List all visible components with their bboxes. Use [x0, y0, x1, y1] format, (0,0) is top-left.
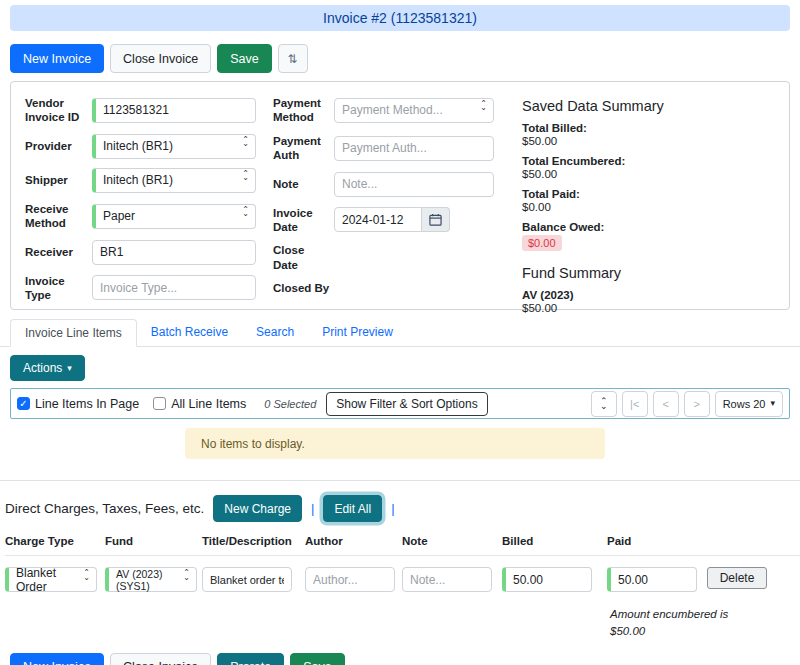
charge-author-field[interactable] — [305, 567, 395, 592]
col-paid: Paid — [607, 535, 707, 547]
col-fund: Fund — [105, 535, 202, 547]
charge-paid-input[interactable] — [618, 573, 689, 587]
fund-summary-item: AV (2023) $50.00 — [522, 289, 664, 314]
receiver-label: Receiver — [25, 245, 89, 259]
vendor-invoice-id-input[interactable] — [103, 103, 248, 117]
form-middle-column: Payment Method Payment Method... ⌃⌄ Paym… — [273, 96, 494, 309]
grid-toolbar: ✓ Line Items In Page All Line Items 0 Se… — [10, 388, 790, 419]
tab-invoice-line-items[interactable]: Invoice Line Items — [10, 319, 137, 347]
total-paid-label: Total Paid: — [522, 188, 664, 200]
shipper-select[interactable]: Initech (BR1) ⌃⌄ — [92, 168, 256, 193]
charge-note-input[interactable] — [410, 573, 484, 587]
provider-value: Initech (BR1) — [103, 139, 173, 153]
payment-method-select[interactable]: Payment Method... ⌃⌄ — [334, 98, 494, 123]
charge-paid-field[interactable] — [607, 567, 697, 592]
charge-billed-input[interactable] — [513, 573, 584, 587]
edit-all-button[interactable]: Edit All — [323, 495, 382, 522]
empty-grid-alert: No items to display. — [185, 428, 605, 459]
select-chevrons-icon: ⌃⌄ — [83, 571, 90, 580]
prev-page-button[interactable]: < — [653, 391, 679, 417]
total-billed: Total Billed: $50.00 — [522, 122, 664, 147]
payment-auth-input[interactable] — [342, 141, 486, 155]
balance-owed-label: Balance Owed: — [522, 221, 664, 233]
total-paid: Total Paid: $0.00 — [522, 188, 664, 213]
note-label: Note — [273, 177, 331, 191]
note-input[interactable] — [342, 177, 486, 191]
save-button-bottom[interactable]: Save — [290, 653, 345, 665]
collapse-icon: ⇅ — [288, 52, 298, 66]
total-paid-value: $0.00 — [522, 201, 664, 213]
provider-select[interactable]: Initech (BR1) ⌃⌄ — [92, 134, 256, 159]
charge-title-field[interactable] — [202, 567, 292, 592]
actions-dropdown-button[interactable]: Actions ▾ — [10, 355, 85, 381]
delete-charge-button[interactable]: Delete — [707, 567, 767, 589]
shipper-value: Initech (BR1) — [103, 173, 173, 187]
close-date-label: Close Date — [273, 243, 331, 272]
all-line-items-label: All Line Items — [171, 397, 246, 411]
new-invoice-button-bottom[interactable]: New Invoice — [10, 653, 104, 665]
invoice-page: Invoice #2 (1123581321) New Invoice Clos… — [0, 0, 800, 665]
rows-per-page-button[interactable]: Rows 20 ▾ — [715, 391, 783, 417]
charge-author-input[interactable] — [313, 573, 387, 587]
calendar-button[interactable] — [422, 207, 450, 232]
select-chevrons-icon: ⌃⌄ — [242, 172, 249, 181]
col-author: Author — [305, 535, 402, 547]
charge-title-input[interactable] — [210, 574, 284, 586]
separator: | — [391, 501, 394, 516]
line-items-in-page-checkbox[interactable]: ✓ — [17, 397, 30, 410]
caret-down-icon: ▾ — [67, 364, 72, 373]
charge-billed-field[interactable] — [502, 567, 592, 592]
charge-note-field[interactable] — [402, 567, 492, 592]
charge-fund-value: AV (2023) (SYS1) — [116, 568, 189, 592]
invoice-type-input[interactable] — [100, 281, 248, 295]
next-page-button[interactable]: > — [684, 391, 710, 417]
total-encumbered-value: $50.00 — [522, 168, 664, 180]
collapse-form-button[interactable]: ⇅ — [278, 44, 308, 73]
next-page-icon: > — [693, 398, 699, 410]
total-billed-value: $50.00 — [522, 135, 664, 147]
close-invoice-button-bottom[interactable]: Close Invoice — [110, 653, 211, 665]
direct-charges-title: Direct Charges, Taxes, Fees, etc. — [5, 501, 204, 516]
chevron-up-down-icon: ⌃⌄ — [600, 399, 608, 409]
check-icon: ✓ — [19, 398, 27, 409]
receiver-input[interactable] — [100, 245, 248, 259]
all-line-items-checkbox[interactable] — [153, 397, 166, 410]
charge-fund-select[interactable]: AV (2023) (SYS1) ⌃⌄ — [105, 567, 197, 592]
invoice-date-input[interactable] — [342, 213, 414, 227]
tab-print-preview[interactable]: Print Preview — [308, 319, 407, 347]
payment-method-placeholder: Payment Method... — [342, 103, 443, 117]
prorate-button[interactable]: Prorate — [217, 653, 284, 665]
select-chevrons-icon: ⌃⌄ — [242, 138, 249, 147]
receive-method-select[interactable]: Paper ⌃⌄ — [92, 204, 256, 229]
col-charge-type: Charge Type — [5, 535, 105, 547]
tab-search[interactable]: Search — [242, 319, 308, 347]
invoice-type-field[interactable] — [92, 275, 256, 300]
fund-summary-title: Fund Summary — [522, 265, 664, 281]
save-button[interactable]: Save — [217, 44, 272, 73]
total-encumbered: Total Encumbered: $50.00 — [522, 155, 664, 180]
charge-type-select[interactable]: Blanket Order ⌃⌄ — [5, 567, 97, 592]
first-page-button[interactable]: |< — [622, 391, 648, 417]
actions-row: Actions ▾ — [10, 355, 800, 381]
bottom-toolbar: New Invoice Close Invoice Prorate Save — [10, 653, 800, 665]
invoice-tabs: Invoice Line Items Batch Receive Search … — [0, 319, 800, 347]
new-charge-button[interactable]: New Charge — [213, 495, 302, 522]
receiver-field[interactable] — [92, 240, 256, 265]
vendor-invoice-id-label: Vendor Invoice ID — [25, 96, 89, 125]
invoice-date-field[interactable] — [334, 207, 422, 232]
tab-batch-receive[interactable]: Batch Receive — [137, 319, 242, 347]
charge-row: Blanket Order ⌃⌄ AV (2023) (SYS1) ⌃⌄ Del… — [5, 555, 800, 592]
note-field[interactable] — [334, 172, 494, 197]
new-invoice-button[interactable]: New Invoice — [10, 44, 104, 73]
total-billed-label: Total Billed: — [522, 122, 664, 134]
selected-count: 0 Selected — [264, 398, 316, 410]
filter-sort-button[interactable]: Show Filter & Sort Options — [326, 392, 487, 416]
provider-label: Provider — [25, 139, 89, 153]
grid-pager: ⌃⌄ |< < > Rows 20 ▾ — [591, 391, 783, 417]
balance-owed: Balance Owed: $0.00 — [522, 221, 664, 251]
page-jump-button[interactable]: ⌃⌄ — [591, 391, 617, 417]
form-left-column: Vendor Invoice ID Provider Initech (BR1)… — [25, 96, 256, 309]
payment-auth-field[interactable] — [334, 136, 494, 161]
close-invoice-button[interactable]: Close Invoice — [110, 44, 211, 73]
vendor-invoice-id-field[interactable] — [92, 98, 256, 123]
